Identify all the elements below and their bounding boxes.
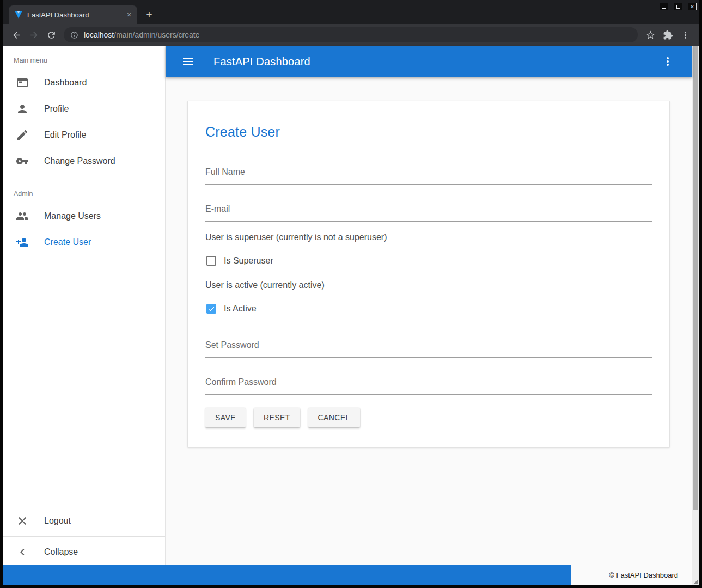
hamburger-menu-icon[interactable] — [180, 53, 196, 70]
sidebar-item-profile[interactable]: Profile — [3, 96, 165, 122]
main-area: FastAPI Dashboard Create User User is su… — [166, 46, 692, 565]
sidebar-item-logout[interactable]: Logout — [3, 508, 165, 534]
reload-button[interactable] — [43, 27, 59, 43]
vuetify-logo-icon — [14, 10, 23, 19]
appbar-menu-dots-icon[interactable] — [660, 53, 676, 70]
scrollbar-thumb[interactable] — [693, 46, 698, 510]
email-input[interactable] — [205, 203, 652, 222]
extension-icon[interactable] — [660, 27, 676, 43]
bookmark-star-icon[interactable] — [642, 27, 658, 43]
page-info-icon — [70, 31, 78, 39]
minimize-button[interactable] — [660, 3, 668, 10]
tab-title: FastAPI Dashboard — [27, 11, 120, 19]
url-host: localhost — [84, 30, 114, 39]
sidebar-item-dashboard[interactable]: Dashboard — [3, 70, 165, 96]
superuser-hint: User is superuser (currently is not a su… — [205, 232, 652, 242]
checkbox-checked-icon — [206, 304, 216, 314]
back-button[interactable] — [8, 27, 25, 43]
resize-grip-icon — [693, 579, 698, 584]
minimize-icon — [662, 8, 666, 9]
sidebar-item-collapse[interactable]: Collapse — [3, 539, 165, 565]
save-button[interactable]: SAVE — [205, 408, 246, 427]
maximize-button[interactable] — [674, 3, 682, 10]
is-active-checkbox[interactable]: Is Active — [205, 302, 652, 315]
sidebar-item-change-password[interactable]: Change Password — [3, 148, 165, 174]
window-controls: × — [660, 3, 697, 10]
sidebar-section-main-menu: Main menu — [3, 46, 165, 70]
form-actions: SAVE RESET CANCEL — [205, 408, 652, 427]
page-viewport: Main menu Dashboard Profile — [3, 46, 699, 585]
create-user-card: Create User User is superuser (currently… — [187, 101, 670, 448]
people-icon — [16, 210, 29, 223]
chevron-left-icon — [16, 546, 29, 559]
checkbox-unchecked-icon — [206, 256, 216, 266]
browser-tab[interactable]: FastAPI Dashboard × — [9, 5, 137, 24]
reset-button[interactable]: RESET — [254, 408, 300, 427]
forward-button[interactable] — [26, 27, 42, 43]
person-add-icon — [16, 236, 29, 249]
browser-menu-icon[interactable] — [677, 27, 693, 43]
page-footer: © FastAPI Dashboard — [3, 565, 692, 585]
dashboard-icon — [16, 76, 29, 89]
sidebar-section-admin: Admin — [3, 183, 165, 203]
appbar-title: FastAPI Dashboard — [213, 56, 310, 68]
cancel-button[interactable]: CANCEL — [308, 408, 360, 427]
active-hint: User is active (currently active) — [205, 280, 652, 290]
browser-window: FastAPI Dashboard × + × localhost/main/a… — [0, 0, 702, 588]
copyright-text: © FastAPI Dashboard — [571, 565, 692, 585]
page-title: Create User — [205, 124, 652, 140]
sidebar-spacer — [3, 255, 165, 508]
close-icon — [16, 514, 29, 528]
maximize-icon — [676, 5, 680, 9]
sidebar-item-edit-profile[interactable]: Edit Profile — [3, 122, 165, 148]
page-content: Create User User is superuser (currently… — [166, 77, 692, 565]
address-bar[interactable]: localhost/main/admin/users/create — [64, 27, 638, 42]
sidebar: Main menu Dashboard Profile — [3, 46, 166, 565]
pencil-icon — [16, 128, 29, 142]
browser-toolbar: localhost/main/admin/users/create — [3, 24, 699, 46]
confirm-password-input[interactable] — [205, 376, 652, 395]
is-superuser-checkbox[interactable]: Is Superuser — [205, 254, 652, 267]
new-tab-button[interactable]: + — [142, 7, 157, 22]
scrollbar[interactable] — [692, 46, 699, 585]
key-icon — [16, 155, 29, 168]
tab-close-icon[interactable]: × — [124, 10, 134, 20]
sidebar-item-manage-users[interactable]: Manage Users — [3, 203, 165, 229]
full-name-input[interactable] — [205, 166, 652, 185]
sidebar-divider — [3, 179, 165, 179]
person-icon — [16, 102, 29, 115]
set-password-input[interactable] — [205, 339, 652, 358]
sidebar-item-create-user[interactable]: Create User — [3, 229, 165, 255]
close-button[interactable]: × — [688, 3, 697, 10]
sidebar-divider — [3, 536, 165, 537]
url-path: /main/admin/users/create — [114, 30, 199, 39]
tab-strip: FastAPI Dashboard × + × — [3, 0, 699, 24]
app-bar: FastAPI Dashboard — [166, 46, 692, 77]
url-text: localhost/main/admin/users/create — [84, 30, 199, 39]
